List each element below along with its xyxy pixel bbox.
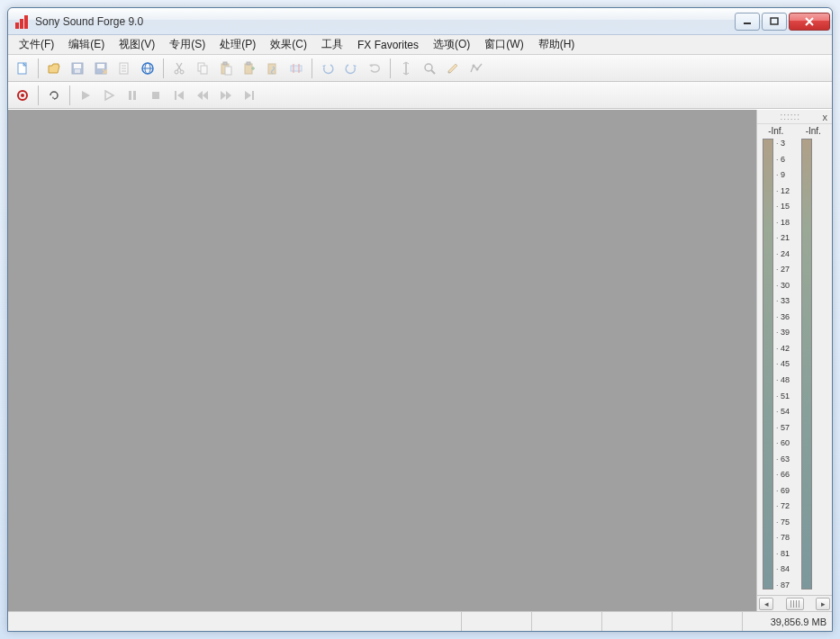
stop-icon[interactable] <box>145 85 167 106</box>
new-icon[interactable] <box>12 58 33 79</box>
open-icon[interactable] <box>43 58 65 79</box>
meter-tick: 3 <box>776 139 793 148</box>
goend-icon[interactable] <box>239 85 260 106</box>
svg-rect-3 <box>72 63 83 74</box>
svg-point-31 <box>473 64 475 67</box>
properties-icon[interactable] <box>113 58 135 79</box>
svg-rect-25 <box>291 66 302 71</box>
status-spacer <box>8 612 461 631</box>
meter-right-label: -Inf. <box>806 126 821 139</box>
playall-icon[interactable] <box>98 85 120 106</box>
pastenew-icon[interactable] <box>239 58 260 79</box>
paste-icon[interactable] <box>215 58 237 79</box>
web-icon[interactable] <box>137 58 158 79</box>
envelope-icon[interactable] <box>465 58 487 79</box>
menubar: 文件(F) 编辑(E) 视图(V) 专用(S) 处理(P) 效果(C) 工具 F… <box>8 35 832 55</box>
meter-tick: 69 <box>776 486 793 495</box>
close-button[interactable] <box>789 13 830 31</box>
gostart-icon[interactable] <box>168 85 190 106</box>
meter-tick: 21 <box>776 233 793 242</box>
meter-tick: 42 <box>776 344 793 353</box>
rewind-icon[interactable] <box>192 85 213 106</box>
redo-icon[interactable] <box>340 58 362 79</box>
copy-icon[interactable] <box>192 58 213 79</box>
mix-icon[interactable] <box>262 58 284 79</box>
meter-tick: 51 <box>776 392 793 400</box>
menu-fxfavorites[interactable]: FX Favorites <box>350 37 426 53</box>
status-cell-3 <box>601 612 672 631</box>
scroll-thumb[interactable] <box>786 598 804 610</box>
status-cell-1 <box>461 612 531 631</box>
meter-scrollbar[interactable]: ◂ ▸ <box>757 595 832 611</box>
menu-effects[interactable]: 效果(C) <box>263 35 314 54</box>
canvas-area[interactable] <box>8 110 756 611</box>
menu-help[interactable]: 帮助(H) <box>531 35 583 54</box>
saveas-icon[interactable] <box>90 58 112 79</box>
menu-window[interactable]: 窗口(W) <box>477 35 530 54</box>
svg-rect-23 <box>247 62 250 65</box>
meter-tick: 66 <box>776 470 793 479</box>
pause-icon[interactable] <box>122 85 143 106</box>
svg-rect-17 <box>198 63 204 71</box>
meter-header[interactable]: :::::: x <box>757 110 832 124</box>
svg-point-34 <box>21 94 24 97</box>
svg-line-30 <box>431 70 435 74</box>
svg-point-12 <box>142 63 153 74</box>
meter-tick: 15 <box>776 202 793 211</box>
maximize-button[interactable] <box>762 13 787 31</box>
meter-tick: 27 <box>776 265 793 274</box>
play-icon[interactable] <box>75 85 96 106</box>
meter-tick: 54 <box>776 407 793 416</box>
titlebar[interactable]: Sony Sound Forge 9.0 <box>8 8 832 35</box>
meter-left-channel[interactable]: -Inf. 3691215182124273033363942454851545… <box>757 124 795 595</box>
scroll-left-icon[interactable]: ◂ <box>759 598 773 610</box>
meter-tick: 48 <box>776 375 793 384</box>
meter-tick: 36 <box>776 312 793 321</box>
svg-rect-5 <box>75 69 80 73</box>
meter-tick: 87 <box>776 580 793 590</box>
svg-rect-37 <box>152 92 159 99</box>
loop-icon[interactable] <box>43 85 65 106</box>
menu-process[interactable]: 处理(P) <box>212 35 263 54</box>
edittool-icon[interactable] <box>395 58 417 79</box>
svg-rect-19 <box>221 64 229 74</box>
menu-special[interactable]: 专用(S) <box>162 35 212 54</box>
trim-icon[interactable] <box>285 58 307 79</box>
magnify-icon[interactable] <box>419 58 440 79</box>
scroll-right-icon[interactable]: ▸ <box>816 598 830 610</box>
svg-rect-36 <box>133 91 136 100</box>
menu-tools[interactable]: 工具 <box>314 35 350 54</box>
meter-tick: 39 <box>776 328 793 337</box>
save-icon[interactable] <box>67 58 88 79</box>
status-cell-2 <box>531 612 601 631</box>
menu-edit[interactable]: 编辑(E) <box>61 35 112 54</box>
meter-grip-icon: :::::: <box>760 112 821 122</box>
cut-icon[interactable] <box>168 58 190 79</box>
svg-rect-8 <box>120 63 128 74</box>
minimize-button[interactable] <box>735 13 760 31</box>
meter-tick: 63 <box>776 454 793 464</box>
svg-rect-35 <box>129 91 131 100</box>
pencil-icon[interactable] <box>442 58 464 79</box>
meter-tick: 60 <box>776 438 793 447</box>
menu-options[interactable]: 选项(O) <box>426 35 477 54</box>
meter-tick: 12 <box>776 186 793 195</box>
app-icon <box>15 14 30 29</box>
meter-tick: 6 <box>776 155 793 164</box>
repeat-icon[interactable] <box>364 58 385 79</box>
svg-rect-20 <box>223 62 227 65</box>
menu-file[interactable]: 文件(F) <box>12 35 61 54</box>
window-title: Sony Sound Forge 9.0 <box>35 15 735 28</box>
svg-point-15 <box>175 70 178 74</box>
svg-rect-39 <box>252 91 254 100</box>
svg-rect-7 <box>97 64 104 68</box>
undo-icon[interactable] <box>317 58 339 79</box>
record-icon[interactable] <box>12 85 33 106</box>
meter-tick: 24 <box>776 249 793 258</box>
svg-point-32 <box>476 68 479 70</box>
meter-right-channel[interactable]: -Inf. <box>795 124 833 595</box>
forward-icon[interactable] <box>215 85 237 106</box>
menu-view[interactable]: 视图(V) <box>112 35 162 54</box>
app-window: Sony Sound Forge 9.0 文件(F) 编辑(E) 视图(V) 专… <box>7 7 833 632</box>
meter-close-button[interactable]: x <box>821 112 830 122</box>
